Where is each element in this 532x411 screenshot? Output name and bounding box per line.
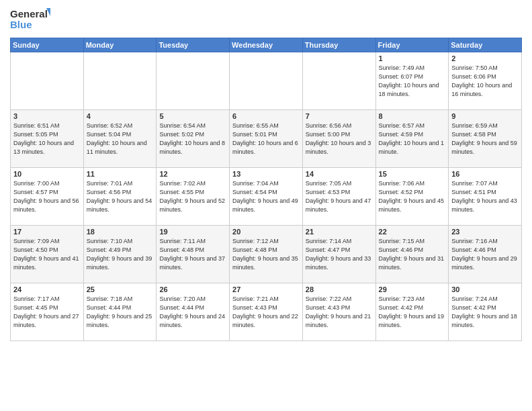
day-number: 8 — [379, 112, 446, 120]
day-info: Sunrise: 7:02 AM Sunset: 4:55 PM Dayligh… — [159, 179, 226, 214]
calendar-cell: 18Sunrise: 7:10 AM Sunset: 4:49 PM Dayli… — [83, 226, 157, 283]
calendar-cell: 7Sunrise: 6:56 AM Sunset: 5:00 PM Daylig… — [302, 110, 375, 168]
day-info: Sunrise: 6:55 AM Sunset: 5:01 PM Dayligh… — [232, 122, 300, 156]
day-info: Sunrise: 7:24 AM Sunset: 4:42 PM Dayligh… — [451, 295, 519, 330]
day-number: 27 — [232, 285, 300, 293]
calendar-cell: 21Sunrise: 7:14 AM Sunset: 4:47 PM Dayli… — [302, 226, 375, 283]
day-number: 10 — [13, 170, 81, 178]
day-number: 16 — [451, 170, 519, 178]
day-info: Sunrise: 7:14 AM Sunset: 4:47 PM Dayligh… — [306, 237, 373, 272]
calendar-cell: 25Sunrise: 7:18 AM Sunset: 4:44 PM Dayli… — [83, 283, 157, 341]
week-row-1: 1Sunrise: 7:49 AM Sunset: 6:07 PM Daylig… — [11, 52, 522, 110]
svg-text:Blue: Blue — [10, 19, 32, 30]
calendar-cell: 15Sunrise: 7:06 AM Sunset: 4:52 PM Dayli… — [375, 168, 449, 226]
day-number: 2 — [451, 54, 519, 62]
weekday-header-friday: Friday — [375, 38, 449, 52]
day-info: Sunrise: 7:11 AM Sunset: 4:48 PM Dayligh… — [159, 237, 226, 272]
day-info: Sunrise: 7:07 AM Sunset: 4:51 PM Dayligh… — [451, 179, 519, 214]
day-number: 30 — [451, 285, 519, 293]
week-row-5: 24Sunrise: 7:17 AM Sunset: 4:45 PM Dayli… — [11, 283, 522, 341]
calendar-cell: 29Sunrise: 7:23 AM Sunset: 4:42 PM Dayli… — [375, 283, 449, 341]
calendar-cell: 9Sunrise: 6:59 AM Sunset: 4:58 PM Daylig… — [449, 110, 522, 168]
day-info: Sunrise: 7:50 AM Sunset: 6:06 PM Dayligh… — [451, 64, 519, 99]
calendar-cell: 19Sunrise: 7:11 AM Sunset: 4:48 PM Dayli… — [157, 226, 230, 283]
day-number: 15 — [379, 170, 446, 178]
day-number: 18 — [87, 228, 154, 236]
day-info: Sunrise: 7:20 AM Sunset: 4:44 PM Dayligh… — [159, 295, 226, 330]
day-info: Sunrise: 7:00 AM Sunset: 4:57 PM Dayligh… — [13, 179, 81, 214]
day-info: Sunrise: 7:15 AM Sunset: 4:46 PM Dayligh… — [379, 237, 446, 272]
calendar-cell: 23Sunrise: 7:16 AM Sunset: 4:46 PM Dayli… — [449, 226, 522, 283]
day-info: Sunrise: 7:10 AM Sunset: 4:49 PM Dayligh… — [87, 237, 154, 272]
day-info: Sunrise: 7:06 AM Sunset: 4:52 PM Dayligh… — [379, 179, 446, 214]
day-info: Sunrise: 7:18 AM Sunset: 4:44 PM Dayligh… — [87, 295, 154, 330]
day-number: 9 — [451, 112, 519, 120]
calendar-cell: 3Sunrise: 6:51 AM Sunset: 5:05 PM Daylig… — [11, 110, 84, 168]
day-number: 20 — [232, 228, 300, 236]
logo-svg: General Blue — [10, 7, 50, 32]
day-number: 21 — [306, 228, 373, 236]
calendar-cell: 2Sunrise: 7:50 AM Sunset: 6:06 PM Daylig… — [449, 52, 522, 110]
weekday-header-sunday: Sunday — [11, 38, 84, 52]
day-number: 26 — [159, 285, 226, 293]
week-row-3: 10Sunrise: 7:00 AM Sunset: 4:57 PM Dayli… — [11, 168, 522, 226]
calendar-cell: 5Sunrise: 6:54 AM Sunset: 5:02 PM Daylig… — [157, 110, 230, 168]
calendar-table: SundayMondayTuesdayWednesdayThursdayFrid… — [10, 38, 522, 341]
calendar-cell: 14Sunrise: 7:05 AM Sunset: 4:53 PM Dayli… — [302, 168, 375, 226]
day-info: Sunrise: 7:23 AM Sunset: 4:42 PM Dayligh… — [379, 295, 446, 330]
day-number: 28 — [306, 285, 373, 293]
calendar-cell: 28Sunrise: 7:22 AM Sunset: 4:43 PM Dayli… — [302, 283, 375, 341]
weekday-header-thursday: Thursday — [302, 38, 375, 52]
page-container: General Blue SundayMondayTuesdayWednesda… — [0, 0, 532, 411]
day-info: Sunrise: 7:05 AM Sunset: 4:53 PM Dayligh… — [306, 179, 373, 214]
day-number: 24 — [13, 285, 81, 293]
calendar-cell: 11Sunrise: 7:01 AM Sunset: 4:56 PM Dayli… — [83, 168, 157, 226]
day-info: Sunrise: 6:51 AM Sunset: 5:05 PM Dayligh… — [13, 122, 81, 156]
calendar-cell: 30Sunrise: 7:24 AM Sunset: 4:42 PM Dayli… — [449, 283, 522, 341]
day-number: 17 — [13, 228, 81, 236]
day-info: Sunrise: 7:01 AM Sunset: 4:56 PM Dayligh… — [87, 179, 154, 214]
day-number: 25 — [87, 285, 154, 293]
calendar-cell: 10Sunrise: 7:00 AM Sunset: 4:57 PM Dayli… — [11, 168, 84, 226]
page-header: General Blue — [10, 7, 522, 32]
day-number: 11 — [87, 170, 154, 178]
calendar-cell: 26Sunrise: 7:20 AM Sunset: 4:44 PM Dayli… — [157, 283, 230, 341]
day-number: 29 — [379, 285, 446, 293]
day-number: 3 — [13, 112, 81, 120]
calendar-cell: 22Sunrise: 7:15 AM Sunset: 4:46 PM Dayli… — [375, 226, 449, 283]
day-info: Sunrise: 7:21 AM Sunset: 4:43 PM Dayligh… — [232, 295, 300, 330]
weekday-header-wednesday: Wednesday — [230, 38, 303, 52]
calendar-cell: 27Sunrise: 7:21 AM Sunset: 4:43 PM Dayli… — [230, 283, 303, 341]
weekday-header-tuesday: Tuesday — [157, 38, 230, 52]
calendar-cell: 6Sunrise: 6:55 AM Sunset: 5:01 PM Daylig… — [230, 110, 303, 168]
day-number: 19 — [159, 228, 226, 236]
calendar-cell: 4Sunrise: 6:52 AM Sunset: 5:04 PM Daylig… — [83, 110, 157, 168]
day-info: Sunrise: 7:22 AM Sunset: 4:43 PM Dayligh… — [306, 295, 373, 330]
day-info: Sunrise: 7:09 AM Sunset: 4:50 PM Dayligh… — [13, 237, 81, 272]
calendar-cell: 20Sunrise: 7:12 AM Sunset: 4:48 PM Dayli… — [230, 226, 303, 283]
day-number: 22 — [379, 228, 446, 236]
day-info: Sunrise: 6:59 AM Sunset: 4:58 PM Dayligh… — [451, 122, 519, 156]
calendar-cell: 13Sunrise: 7:04 AM Sunset: 4:54 PM Dayli… — [230, 168, 303, 226]
logo: General Blue — [10, 7, 50, 32]
calendar-cell: 1Sunrise: 7:49 AM Sunset: 6:07 PM Daylig… — [375, 52, 449, 110]
weekday-header-row: SundayMondayTuesdayWednesdayThursdayFrid… — [11, 38, 522, 52]
day-info: Sunrise: 6:52 AM Sunset: 5:04 PM Dayligh… — [87, 122, 154, 156]
calendar-cell — [11, 52, 84, 110]
day-info: Sunrise: 6:56 AM Sunset: 5:00 PM Dayligh… — [306, 122, 373, 156]
day-number: 4 — [87, 112, 154, 120]
weekday-header-monday: Monday — [83, 38, 157, 52]
calendar-cell: 8Sunrise: 6:57 AM Sunset: 4:59 PM Daylig… — [375, 110, 449, 168]
day-info: Sunrise: 6:57 AM Sunset: 4:59 PM Dayligh… — [379, 122, 446, 156]
week-row-2: 3Sunrise: 6:51 AM Sunset: 5:05 PM Daylig… — [11, 110, 522, 168]
day-number: 5 — [159, 112, 226, 120]
day-info: Sunrise: 7:17 AM Sunset: 4:45 PM Dayligh… — [13, 295, 81, 330]
day-number: 7 — [306, 112, 373, 120]
day-number: 14 — [306, 170, 373, 178]
calendar-cell: 24Sunrise: 7:17 AM Sunset: 4:45 PM Dayli… — [11, 283, 84, 341]
weekday-header-saturday: Saturday — [449, 38, 522, 52]
calendar-cell — [83, 52, 157, 110]
day-number: 12 — [159, 170, 226, 178]
day-number: 13 — [232, 170, 300, 178]
day-info: Sunrise: 7:12 AM Sunset: 4:48 PM Dayligh… — [232, 237, 300, 272]
